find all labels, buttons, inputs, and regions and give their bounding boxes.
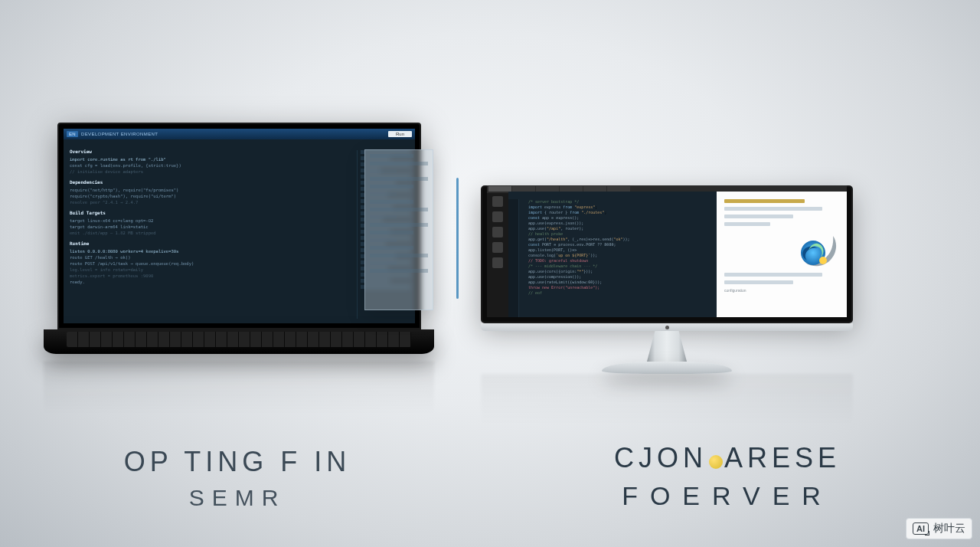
yellow-dot-icon bbox=[709, 455, 723, 469]
titlebar-title: DEVELOPMENT ENVIRONMENT bbox=[81, 132, 388, 136]
monitor-activity-bar bbox=[487, 192, 508, 317]
right-caption-suffix: ARESE bbox=[724, 442, 841, 473]
files-icon[interactable] bbox=[492, 196, 503, 207]
monitor-editor[interactable]: /* server bootstrap */ import express fr… bbox=[508, 192, 717, 317]
monitor-device: /* server bootstrap */ import express fr… bbox=[481, 185, 853, 427]
monitor-screen: /* server bootstrap */ import express fr… bbox=[481, 185, 853, 323]
laptop-code-area: Overview import core.runtime as rt from … bbox=[64, 139, 415, 323]
right-caption-line2: FOERVER bbox=[505, 480, 949, 513]
monitor-doc-panel: configuration bbox=[717, 192, 847, 317]
extensions-icon[interactable] bbox=[492, 257, 503, 268]
titlebar-run-button[interactable]: Run bbox=[388, 131, 412, 137]
debug-icon[interactable] bbox=[492, 242, 503, 253]
right-caption-line1: CJONARESE bbox=[505, 441, 949, 475]
floating-overlay-panel bbox=[364, 149, 433, 310]
git-icon[interactable] bbox=[492, 227, 503, 237]
laptop-reflection bbox=[44, 361, 434, 416]
monitor-tab[interactable] bbox=[536, 186, 559, 192]
monitor-tab[interactable] bbox=[560, 186, 583, 192]
search-icon[interactable] bbox=[492, 211, 503, 222]
svg-point-1 bbox=[819, 257, 827, 264]
laptop-titlebar: EN DEVELOPMENT ENVIRONMENT Run bbox=[64, 129, 415, 139]
doc-panel-note: configuration bbox=[724, 288, 839, 293]
left-caption: OP TING F IN SEMR bbox=[0, 444, 475, 513]
monitor-stand bbox=[602, 331, 732, 374]
left-caption-line2: SEMR bbox=[0, 483, 475, 513]
left-caption-line1: OP TING F IN bbox=[0, 444, 475, 479]
right-caption: CJONARESE FOERVER bbox=[505, 441, 949, 513]
monitor-tab[interactable] bbox=[512, 186, 535, 192]
monitor-reflection bbox=[481, 374, 853, 427]
watermark-text: 树叶云 bbox=[933, 522, 965, 536]
monitor-chin bbox=[481, 323, 853, 331]
monitor-tab[interactable] bbox=[607, 186, 630, 192]
monitor-tab[interactable] bbox=[583, 186, 606, 192]
right-caption-prefix: CJON bbox=[614, 442, 707, 473]
ai-badge-icon: AI bbox=[913, 522, 929, 535]
vertical-separator bbox=[456, 178, 459, 299]
globe-swirl-icon bbox=[792, 225, 841, 274]
watermark: AI 树叶云 bbox=[906, 518, 972, 539]
monitor-tab[interactable] bbox=[488, 186, 511, 192]
titlebar-badge: EN bbox=[67, 131, 78, 137]
laptop-keyboard bbox=[44, 329, 434, 354]
